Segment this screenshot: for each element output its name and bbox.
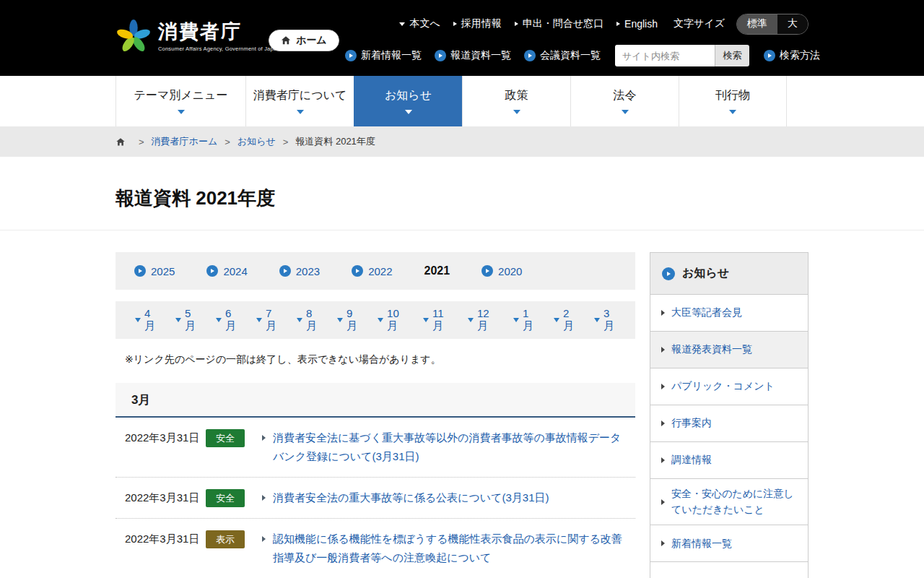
utility-link[interactable]: English [616,18,658,30]
sidebar-item[interactable]: 安全・安心のために注意していただきたいこと [650,479,808,525]
month-link[interactable]: 12月 [468,307,494,333]
utility-links: 本文へ 採用情報 申出・問合せ窓口 English [399,17,658,30]
year-tab[interactable]: 2021 [424,264,450,277]
sidebar-title: お知らせ [682,266,729,281]
quick-link-label: 新着情報一覧 [361,49,422,62]
sidebar-item-label: 調達情報 [671,452,712,468]
triangle-down-icon [175,318,181,322]
page-body: 2025 2024 2023 2022 [116,230,808,578]
triangle-right-icon [661,420,665,426]
news-item: 2022年3月31日 安全 消費者安全法の重大事故等に係る公表について(3月31… [116,478,635,519]
search-help-label: 検索方法 [780,49,820,62]
news-link[interactable]: 消費者安全法の重大事故等に係る公表について(3月31日) [273,488,635,507]
home-button-label: ホーム [296,34,327,47]
arrow-circle-icon [206,265,218,277]
nav-item[interactable]: テーマ別メニュー [116,76,245,126]
font-size-button[interactable]: 大 [777,14,808,34]
month-section-title: 3月 [131,392,150,408]
year-tab[interactable]: 2025 [134,265,175,277]
chevron-down-icon [297,110,304,114]
month-label: 3月 [603,307,616,333]
font-size-switch: 標準 大 [736,14,808,35]
triangle-right-icon [356,269,359,273]
news-link[interactable]: 認知機能に係る機能性を標ぼうする機能性表示食品の表示に関する改善指導及び一般消費… [273,530,635,567]
sidebar-item[interactable]: 行事案内 [650,405,808,442]
month-link[interactable]: 4月 [135,307,157,333]
month-label: 12月 [477,307,494,333]
home-button[interactable]: ホーム [269,30,339,51]
sidebar-item[interactable]: パブリック・コメント [650,368,808,405]
arrow-circle-icon [345,50,357,61]
month-link[interactable]: 6月 [216,307,237,333]
breadcrumb: > 消費者庁ホーム > お知らせ > 報道資料 2021年度 [0,126,924,157]
nav-item[interactable]: 法令 [570,76,679,126]
sidebar-item-label: 安全・安心のために注意していただきたいこと [671,486,801,517]
quick-link[interactable]: 新着情報一覧 [345,49,422,62]
triangle-right-icon [262,435,266,441]
sidebar-item[interactable]: 大臣等記者会見 [650,295,808,332]
utility-link[interactable]: 本文へ [399,17,440,30]
sidebar-item-label: 報道発表資料一覧 [671,342,752,358]
sidebar-item[interactable]: 報道発表資料一覧 [650,332,808,368]
month-link[interactable]: 1月 [513,307,535,333]
triangle-icon [616,22,620,26]
sidebar: お知らせ 大臣等記者会見 報道発表資料一覧 パブリック・コメント [650,252,808,578]
nav-item[interactable]: 刊行物 [679,76,787,126]
triangle-right-icon [661,457,665,463]
agency-logo-icon [116,19,152,55]
nav-item[interactable]: 政策 [462,76,570,126]
breadcrumb-item[interactable]: > お知らせ [217,135,276,148]
triangle-right-icon [486,269,489,273]
search-help-link[interactable]: 検索方法 [764,49,820,62]
year-label: 2022 [368,265,392,277]
search-input[interactable] [615,45,715,66]
month-link[interactable]: 8月 [297,307,318,333]
year-tab[interactable]: 2023 [279,265,320,277]
news-date: 2022年3月31日 [125,530,206,548]
news-link[interactable]: 消費者安全法に基づく重大事故等以外の消費者事故等の事故情報データバンク登録につい… [273,428,635,466]
year-tab[interactable]: 2020 [481,265,522,277]
breadcrumb-list: > 消費者庁ホーム > お知らせ > 報道資料 2021年度 [131,135,375,148]
breadcrumb-item[interactable]: > 消費者庁ホーム [131,135,217,148]
month-label: 6月 [225,307,237,333]
quick-link[interactable]: 報道資料一覧 [435,49,511,62]
nav-item-label: 法令 [614,88,637,103]
triangle-down-icon [216,318,222,322]
breadcrumb-label: 消費者庁ホーム [152,135,218,148]
year-tabs: 2025 2024 2023 2022 [116,252,635,290]
sidebar-item-label: 新着情報一覧 [671,536,732,552]
month-link[interactable]: 9月 [337,307,359,333]
month-link[interactable]: 2月 [554,307,575,333]
month-link[interactable]: 11月 [423,307,449,333]
sidebar-item[interactable]: 新着情報一覧 [650,525,808,562]
breadcrumb-item[interactable]: > 報道資料 2021年度 [276,135,375,148]
nav-item[interactable]: お知らせ [354,76,462,126]
triangle-right-icon [284,269,287,273]
search-button[interactable]: 検索 [715,45,749,66]
year-tab[interactable]: 2022 [352,265,392,277]
nav-item-label: お知らせ [385,88,432,103]
sidebar-list: 大臣等記者会見 報道発表資料一覧 パブリック・コメント 行事案内 [650,295,808,562]
nav-item[interactable]: 消費者庁について [245,76,354,126]
quick-link[interactable]: 会議資料一覧 [524,49,601,62]
quick-links: 新着情報一覧 報道資料一覧 会議資料一覧 [345,49,601,62]
month-link[interactable]: 10月 [378,307,404,333]
sidebar-item[interactable]: 調達情報 [650,442,808,479]
arrow-circle-icon [524,50,536,61]
month-link[interactable]: 5月 [175,307,197,333]
quick-link-label: 会議資料一覧 [540,49,601,62]
year-tab[interactable]: 2024 [206,265,247,277]
triangle-right-icon [661,499,665,505]
month-link[interactable]: 7月 [256,307,278,333]
utility-link[interactable]: 採用情報 [453,17,502,30]
month-label: 9月 [346,307,359,333]
month-label: 4月 [144,307,157,333]
utility-link[interactable]: 申出・問合せ窓口 [515,17,603,30]
font-size-button[interactable]: 標準 [737,14,777,34]
agency-logo[interactable]: 消費者庁 Consumer Affairs Agency, Government… [116,19,280,55]
logo-title: 消費者庁 [158,22,280,43]
nav-item-label: 刊行物 [715,88,750,103]
month-label: 2月 [563,307,575,333]
month-link[interactable]: 3月 [594,307,616,333]
main-column: 2025 2024 2023 2022 [116,252,635,578]
